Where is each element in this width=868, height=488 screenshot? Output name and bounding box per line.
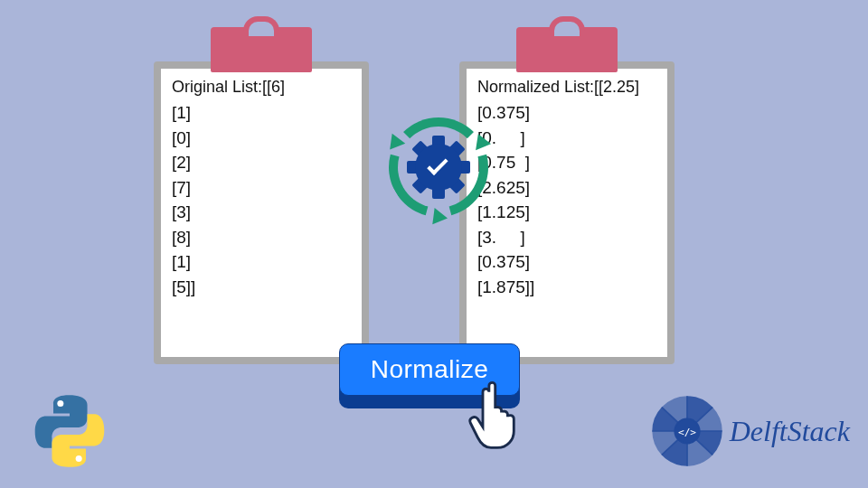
delftstack-mandala-icon: </> — [648, 392, 726, 470]
clipboard-clip — [211, 27, 312, 72]
list-item: [0. ] — [477, 126, 656, 151]
svg-point-0 — [57, 400, 63, 407]
delftstack-text: DelftStack — [730, 415, 850, 448]
list-item: [3. ] — [477, 225, 656, 250]
normalize-button[interactable]: Normalize — [339, 343, 520, 407]
click-pointer-icon — [466, 380, 529, 452]
original-title: Original List:[[6] — [172, 78, 351, 97]
delftstack-brand: </> DelftStack — [648, 392, 850, 470]
sync-gear-icon — [384, 113, 493, 221]
list-item: [1] — [172, 100, 351, 126]
normalized-title: Normalized List:[[2.25] — [477, 78, 656, 97]
list-item: [7] — [172, 175, 351, 201]
svg-point-1 — [76, 455, 82, 462]
original-board: Original List:[[6] [1] [0] [2] [7] [3] [… — [154, 61, 369, 364]
list-item: [1.125] — [477, 200, 656, 225]
list-item: [2] — [172, 150, 351, 175]
list-item: [0.375] — [477, 249, 656, 275]
list-item: [8] — [172, 225, 351, 250]
svg-text:</>: </> — [678, 427, 696, 438]
list-item: [0] — [172, 126, 351, 151]
original-clipboard: Original List:[[6] [1] [0] [2] [7] [3] [… — [154, 27, 369, 361]
list-item: [0.375] — [477, 100, 656, 126]
list-item: [5]] — [172, 275, 351, 300]
list-item: [3] — [172, 200, 351, 225]
list-item: [1.875]] — [477, 275, 656, 300]
python-logo-icon — [31, 392, 108, 470]
gear-icon — [410, 138, 467, 196]
list-item: [2.625] — [477, 175, 656, 201]
list-item: [0.75 ] — [477, 150, 656, 175]
clipboard-clip — [516, 27, 618, 72]
list-item: [1] — [172, 249, 351, 275]
